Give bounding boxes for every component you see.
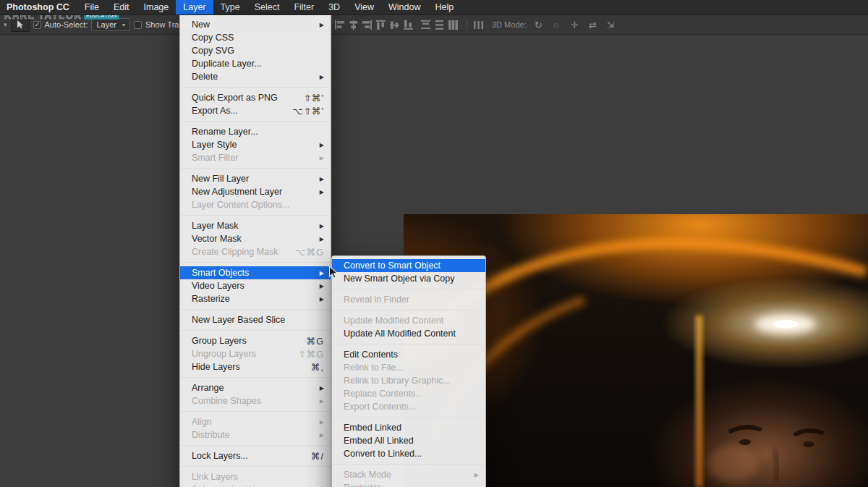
align-bottom-edges-icon[interactable] (403, 20, 414, 30)
layer-menu-item-arrange[interactable]: Arrange▶ (180, 381, 331, 394)
align-vertical-centers-icon[interactable] (389, 20, 400, 30)
layer-menu-item-combine-shapes: Combine Shapes▶ (180, 394, 331, 407)
menubar-item-type[interactable]: Type (213, 0, 247, 14)
menubar-item-edit[interactable]: Edit (106, 0, 137, 14)
3d-drag-icon[interactable]: ✛ (567, 20, 582, 30)
layer-menu-item-layer-content-options: Layer Content Options... (180, 198, 331, 211)
menu-item-label: Update Modified Content (344, 316, 479, 326)
submenu-arrow-icon: ▶ (320, 283, 324, 289)
move-tool-preset-button[interactable] (11, 17, 30, 32)
align-right-edges-icon[interactable] (362, 20, 373, 30)
menu-item-label: Combine Shapes (192, 396, 314, 406)
submenu-item-edit-contents[interactable]: Edit Contents (332, 348, 485, 361)
app-menu-title[interactable]: Photoshop CC (0, 0, 77, 14)
layer-menu-item-video-layers[interactable]: Video Layers▶ (180, 279, 331, 292)
layer-menu-item-layer-style[interactable]: Layer Style▶ (180, 138, 331, 151)
submenu-arrow-icon: ▶ (320, 74, 324, 80)
menu-item-label: New Layer Based Slice (192, 315, 324, 325)
menubar-item-help[interactable]: Help (428, 0, 461, 14)
menubar-item-view[interactable]: View (347, 0, 381, 14)
menubar-item-select[interactable]: Select (247, 0, 287, 14)
layer-menu-item-copy-svg[interactable]: Copy SVG (180, 44, 331, 57)
3d-scale-icon[interactable]: ⇲ (603, 20, 618, 30)
submenu-arrow-icon: ▶ (320, 296, 324, 302)
layer-menu-item-lock-layers[interactable]: Lock Layers...⌘/ (180, 449, 331, 462)
submenu-arrow-icon: ▶ (320, 22, 324, 28)
submenu-arrow-icon: ▶ (320, 419, 324, 425)
menu-item-label: Update All Modified Content (344, 329, 479, 339)
submenu-arrow-icon: ▶ (320, 385, 324, 391)
menu-item-shortcut: ⇧⌘' (304, 93, 324, 103)
distribute-vertical-centers-icon[interactable] (434, 20, 445, 30)
align-left-edges-icon[interactable] (334, 20, 345, 30)
distribute-bottom-edges-icon[interactable] (448, 20, 459, 30)
menu-item-label: Group Layers (192, 336, 298, 346)
align-horizontal-centers-icon[interactable] (348, 20, 359, 30)
submenu-arrow-icon: ▶ (320, 142, 324, 148)
3d-slide-icon[interactable]: ⇄ (585, 20, 600, 30)
layer-menu-item-new-adjustment-layer[interactable]: New Adjustment Layer▶ (180, 185, 331, 198)
menu-item-label: Rasterize (192, 294, 314, 304)
layer-menu-item-new-layer-based-slice[interactable]: New Layer Based Slice (180, 313, 331, 326)
layer-menu-item-new[interactable]: New▶ (180, 18, 331, 31)
align-top-edges-icon[interactable] (375, 20, 386, 30)
menu-item-label: Edit Contents (344, 350, 479, 360)
submenu-arrow-icon: ▶ (320, 398, 324, 405)
layer-menu-item-hide-layers[interactable]: Hide Layers⌘, (180, 360, 331, 373)
layer-menu-item-rasterize[interactable]: Rasterize▶ (180, 292, 331, 305)
menubar-item-image[interactable]: Image (137, 0, 176, 14)
layer-menu-item-distribute: Distribute▶ (180, 428, 331, 441)
menu-item-label: Export Contents... (344, 402, 479, 412)
distribute-top-edges-icon[interactable] (420, 20, 431, 30)
menu-item-label: Align (192, 417, 314, 427)
submenu-arrow-icon: ▶ (320, 223, 324, 229)
layer-menu-item-export-as[interactable]: Export As...⌥⇧⌘' (180, 104, 331, 117)
distribute-spacing-icon[interactable] (473, 20, 484, 30)
chevron-down-icon[interactable]: ▾ (4, 21, 7, 28)
submenu-item-stack-mode: Stack Mode▶ (332, 468, 485, 481)
menubar-item-layer[interactable]: Layer (176, 0, 213, 14)
menu-item-label: Rename Layer... (192, 127, 324, 137)
menu-item-label: New (192, 20, 314, 30)
layer-menu-item-group-layers[interactable]: Group Layers⌘G (180, 334, 331, 347)
submenu-item-new-smart-object-via-copy[interactable]: New Smart Object via Copy (332, 272, 485, 285)
submenu-item-export-contents: Export Contents... (332, 400, 485, 413)
show-transform-checkbox[interactable] (134, 21, 142, 29)
menu-item-label: New Adjustment Layer (192, 187, 314, 197)
submenu-item-convert-to-linked[interactable]: Convert to Linked... (332, 447, 485, 460)
submenu-arrow-icon: ▶ (320, 432, 324, 439)
layer-menu-item-ungroup-layers: Ungroup Layers⇧⌘G (180, 347, 331, 360)
auto-select-target-dropdown[interactable]: Layer ▾ (91, 18, 130, 31)
layer-menu-item-create-clipping-mask: Create Clipping Mask⌥⌘G (180, 245, 331, 258)
submenu-item-reveal-in-finder: Reveal in Finder (332, 293, 485, 306)
menu-item-label: Replace Contents... (344, 389, 479, 399)
layer-menu-item-rename-layer[interactable]: Rename Layer... (180, 125, 331, 138)
layer-menu-item-layer-mask[interactable]: Layer Mask▶ (180, 219, 331, 232)
layer-menu-item-link-layers: Link Layers (180, 470, 331, 483)
3d-orbit-icon[interactable]: ↻ (531, 20, 546, 30)
auto-select-checkbox[interactable] (33, 21, 41, 29)
layer-menu-item-smart-objects[interactable]: Smart Objects▶ (180, 266, 331, 279)
menubar-item-file[interactable]: File (77, 0, 106, 14)
menubar-item-filter[interactable]: Filter (286, 0, 321, 14)
3d-roll-icon[interactable]: ○ (549, 20, 564, 30)
photoshop-window: Photoshop CC FileEditImageLayerTypeSelec… (0, 0, 868, 487)
submenu-item-update-all-modified-content[interactable]: Update All Modified Content (332, 327, 485, 340)
menu-separator (180, 373, 331, 381)
menu-separator (332, 460, 485, 468)
submenu-item-embed-linked[interactable]: Embed Linked (332, 421, 485, 434)
threed-mode-icons-group: ↻○✛⇄⇲ (531, 20, 618, 30)
menubar-item-3d[interactable]: 3D (321, 0, 347, 14)
layer-menu-item-quick-export-as-png[interactable]: Quick Export as PNG⇧⌘' (180, 91, 331, 104)
layer-menu-item-vector-mask[interactable]: Vector Mask▶ (180, 232, 331, 245)
submenu-item-convert-to-smart-object[interactable]: Convert to Smart Object (332, 259, 485, 272)
menu-item-shortcut: ⌘, (311, 362, 324, 373)
layer-menu-item-duplicate-layer[interactable]: Duplicate Layer... (180, 57, 331, 70)
menubar-item-window[interactable]: Window (381, 0, 427, 14)
submenu-item-embed-all-linked[interactable]: Embed All Linked (332, 434, 485, 447)
layer-menu-item-copy-css[interactable]: Copy CSS (180, 31, 331, 44)
layer-menu-item-delete[interactable]: Delete▶ (180, 70, 331, 83)
menu-item-label: Arrange (192, 383, 314, 393)
menu-item-label: Vector Mask (192, 234, 314, 244)
layer-menu-item-new-fill-layer[interactable]: New Fill Layer▶ (180, 172, 331, 185)
